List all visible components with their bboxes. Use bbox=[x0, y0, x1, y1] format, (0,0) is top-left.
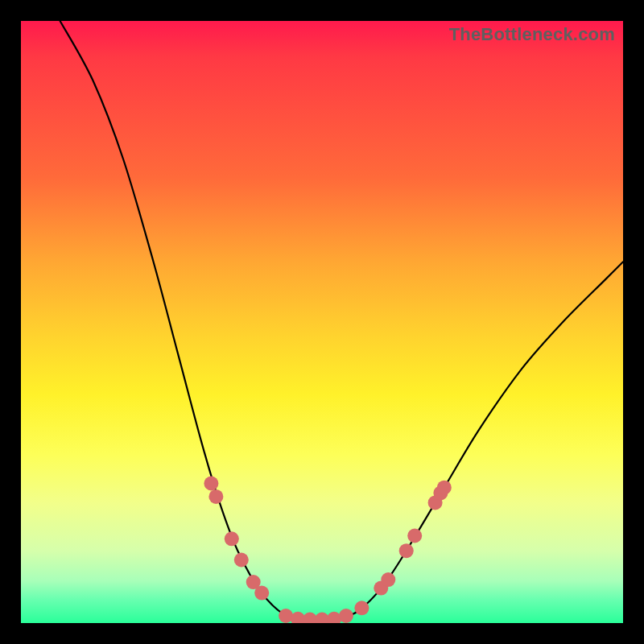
data-marker bbox=[204, 477, 218, 491]
data-marker bbox=[354, 601, 369, 615]
watermark-label: TheBottleneck.com bbox=[449, 24, 615, 45]
data-marker bbox=[437, 481, 452, 495]
data-marker bbox=[407, 529, 422, 543]
data-marker bbox=[327, 612, 341, 623]
data-marker bbox=[291, 612, 305, 623]
data-marker bbox=[374, 581, 388, 596]
data-marker bbox=[399, 543, 414, 558]
data-marker bbox=[246, 575, 261, 589]
data-marker bbox=[303, 613, 317, 624]
data-marker bbox=[225, 531, 239, 546]
chart-frame: TheBottleneck.com bbox=[0, 0, 644, 644]
data-marker bbox=[381, 572, 395, 587]
data-marker bbox=[428, 495, 443, 510]
data-marker bbox=[315, 613, 329, 624]
data-marker bbox=[254, 586, 269, 601]
data-marker bbox=[433, 485, 448, 500]
data-marker bbox=[208, 489, 223, 504]
bottleneck-curve bbox=[21, 21, 623, 623]
plot-area: TheBottleneck.com bbox=[21, 21, 623, 623]
data-marker bbox=[234, 553, 249, 568]
data-marker bbox=[339, 609, 353, 623]
data-marker bbox=[279, 609, 293, 623]
